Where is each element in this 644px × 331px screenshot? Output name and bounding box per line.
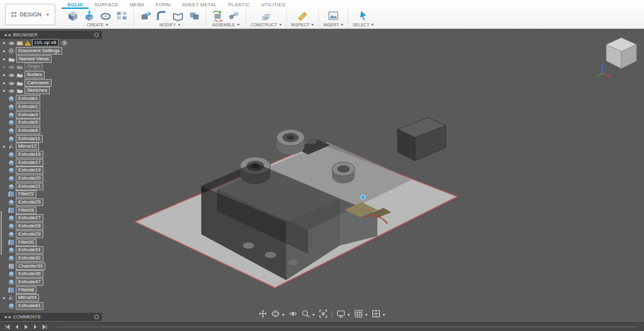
step-forward-button[interactable] xyxy=(31,323,40,330)
selection-point[interactable] xyxy=(361,195,365,200)
model-knob[interactable] xyxy=(308,139,317,144)
browser-folder-origin[interactable]: ▶Origin xyxy=(0,63,108,71)
browser-feature-extrude25[interactable]: Extrude25 xyxy=(0,198,108,207)
viewports-button[interactable] xyxy=(372,309,386,320)
browser-feature-extrude28[interactable]: Extrude28 xyxy=(0,222,108,231)
measure-icon[interactable] xyxy=(296,9,309,22)
view-cube[interactable] xyxy=(597,32,640,80)
ribbon-group-label-select[interactable]: SELECT xyxy=(353,22,374,28)
expand-arrow-icon[interactable]: ▶ xyxy=(2,41,7,45)
tab-mesh[interactable]: MESH xyxy=(124,0,150,9)
browser-feature-extrude21[interactable]: Extrude21 xyxy=(0,182,108,190)
browser-folder-sketches[interactable]: ▶Sketches xyxy=(0,87,108,95)
pan-button[interactable] xyxy=(259,309,267,320)
expand-arrow-icon[interactable]: ▶ xyxy=(2,81,7,85)
design-workspace-dropdown[interactable]: DESIGN xyxy=(5,4,55,25)
construction-plane-icon[interactable] xyxy=(259,9,273,22)
press-pull-icon[interactable] xyxy=(138,9,152,22)
go-to-end-button[interactable] xyxy=(41,323,49,330)
ribbon-group-label-inspect[interactable]: INSPECT xyxy=(291,22,314,28)
3d-viewport[interactable]: ◄◄ BROWSER ▶LVL up v8▶Document Settings▶… xyxy=(0,29,644,322)
browser-feature-extrude1[interactable]: Extrude1 xyxy=(0,95,108,103)
expand-arrow-icon[interactable]: ▶ xyxy=(2,144,7,148)
tab-utilities[interactable]: UTILITIES xyxy=(255,0,291,9)
browser-feature-extrude31[interactable]: Extrude31 xyxy=(0,246,108,254)
browser-feature-extrude11[interactable]: Extrude11 xyxy=(0,134,108,143)
browser-feature-chamfer33[interactable]: Chamfer33 xyxy=(0,262,108,270)
ribbon-group-label-insert[interactable]: INSERT xyxy=(323,22,343,28)
expand-arrow-icon[interactable]: ▶ xyxy=(2,89,7,92)
browser-feature-extrude20[interactable]: Extrude20 xyxy=(0,175,108,183)
browser-feature-extrude17[interactable]: Extrude17 xyxy=(0,158,108,166)
shell-icon[interactable] xyxy=(171,9,185,22)
combine-icon[interactable] xyxy=(187,9,201,22)
comments-options-icon[interactable] xyxy=(94,315,99,319)
model-foot-3[interactable] xyxy=(288,260,298,266)
insert-canvas-icon[interactable] xyxy=(326,9,340,22)
revolve-icon[interactable] xyxy=(99,9,113,22)
ribbon-group-label-construct[interactable]: CONSTRUCT xyxy=(250,22,282,28)
timeline-track[interactable] xyxy=(57,326,636,328)
play-button[interactable] xyxy=(22,323,30,330)
browser-feature-extrude32[interactable]: Extrude32 xyxy=(0,254,108,263)
look-at-button[interactable] xyxy=(289,309,297,320)
pattern-icon[interactable] xyxy=(115,9,129,22)
fit-button[interactable] xyxy=(319,309,328,320)
browser-scrollbar[interactable] xyxy=(1,211,2,255)
document-name[interactable]: LVL up v8 xyxy=(32,39,58,46)
browser-feature-extrude3[interactable]: Extrude3 xyxy=(0,111,108,119)
browser-feature-fillet22[interactable]: Fillet22 xyxy=(0,190,108,198)
grid-settings-button[interactable] xyxy=(355,309,368,320)
expand-arrow-icon[interactable]: ▶ xyxy=(2,49,7,53)
tab-sheet-metal[interactable]: SHEET METAL xyxy=(176,0,223,9)
browser-folder-document-settings[interactable]: ▶Document Settings xyxy=(0,47,108,55)
browser-feature-extrude8[interactable]: Extrude8 xyxy=(0,127,108,135)
browser-feature-mirror54[interactable]: ▶Mirror54 xyxy=(0,294,108,302)
browser-feature-fillet26[interactable]: Fillet26 xyxy=(0,206,108,214)
model-foot-2[interactable] xyxy=(265,252,276,258)
comments-panel-header[interactable]: ◄◄ COMMENTS xyxy=(0,313,102,321)
browser-feature-mirror12[interactable]: ▶Mirror12 xyxy=(0,143,108,151)
browser-feature-extrude47[interactable]: Extrude47 xyxy=(0,278,108,286)
fillet-icon[interactable] xyxy=(155,9,169,22)
visibility-eye-icon[interactable] xyxy=(8,61,15,72)
browser-feature-extrude29[interactable]: Extrude29 xyxy=(0,231,108,239)
expand-arrow-icon[interactable]: ▶ xyxy=(2,65,7,68)
browser-feature-fillet30[interactable]: Fillet30 xyxy=(0,238,108,246)
select-cursor-icon[interactable] xyxy=(357,9,370,22)
joint-icon[interactable] xyxy=(227,9,241,22)
collapse-panel-icon[interactable]: ◄◄ xyxy=(3,33,11,37)
browser-panel-header[interactable]: ◄◄ BROWSER xyxy=(0,31,102,39)
browser-feature-extrude5[interactable]: Extrude5 xyxy=(0,119,108,127)
new-solid-icon[interactable] xyxy=(66,9,80,22)
tab-form[interactable]: FORM xyxy=(150,0,176,9)
extrude-icon[interactable] xyxy=(82,9,96,22)
expand-arrow-icon[interactable]: ▶ xyxy=(2,296,7,300)
go-to-start-button[interactable] xyxy=(3,323,11,330)
browser-feature-extrude36[interactable]: Extrude36 xyxy=(0,270,108,278)
display-settings-button[interactable] xyxy=(337,309,350,320)
browser-feature-fillet48[interactable]: Fillet48 xyxy=(0,286,108,294)
browser-feature-extrude16[interactable]: Extrude16 xyxy=(0,151,108,159)
collapse-comments-icon[interactable]: ◄◄ xyxy=(3,315,11,319)
zoom-button[interactable] xyxy=(302,309,315,320)
ribbon-group-label-assemble[interactable]: ASSEMBLE xyxy=(212,22,240,28)
browser-document-row[interactable]: ▶LVL up v8 xyxy=(0,39,108,47)
model-foot-1[interactable] xyxy=(243,242,254,249)
tab-plastic[interactable]: PLASTIC xyxy=(223,0,255,9)
tab-surface[interactable]: SURFACE xyxy=(89,0,124,9)
tab-solid[interactable]: SOLID xyxy=(62,0,89,9)
activate-radio-icon[interactable] xyxy=(62,37,67,48)
browser-feature-extrude81[interactable]: Extrude81 xyxy=(0,302,108,310)
ribbon-group-label-create[interactable]: CREATE xyxy=(87,22,108,28)
floating-box[interactable] xyxy=(397,117,446,161)
new-component-icon[interactable] xyxy=(211,9,225,22)
expand-arrow-icon[interactable]: ▶ xyxy=(2,73,7,77)
browser-feature-extrude19[interactable]: Extrude19 xyxy=(0,166,108,175)
panel-options-icon[interactable] xyxy=(94,33,99,37)
orbit-button[interactable] xyxy=(272,309,285,320)
step-back-button[interactable] xyxy=(13,323,21,330)
ribbon-group-label-modify[interactable]: MODIFY xyxy=(159,22,180,28)
browser-feature-extrude27[interactable]: Extrude27 xyxy=(0,214,108,222)
expand-arrow-icon[interactable]: ▶ xyxy=(2,57,7,61)
